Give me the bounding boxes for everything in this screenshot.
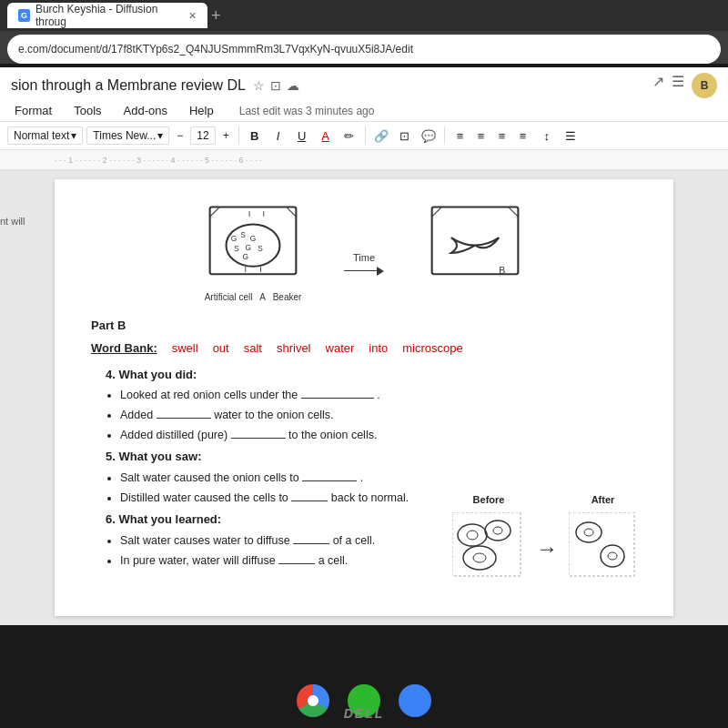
menu-format[interactable]: Format: [11, 102, 56, 119]
blue-taskbar-icon[interactable]: [397, 682, 433, 719]
docs-title-row: sion through a Membrane review DL ☆ ⊡ ☁ …: [11, 73, 717, 98]
menu-tools[interactable]: Tools: [70, 102, 105, 119]
tab-title: Burch Keyshia - Diffusion throug: [35, 3, 179, 28]
style-dropdown[interactable]: Normal text ▾: [7, 126, 83, 145]
svg-point-29: [601, 545, 624, 567]
underline-button[interactable]: U: [292, 126, 312, 146]
blue-app-icon: [399, 684, 431, 717]
line-spacing[interactable]: ↕: [537, 126, 557, 146]
divider: [238, 126, 239, 145]
before-diagram: Before: [452, 492, 525, 586]
right-beaker-svg: B: [420, 197, 530, 288]
right-beaker: B: [420, 197, 530, 302]
divider3: [444, 126, 445, 145]
ruler: · · · 1 · · · · · · 2 · · · · · · 3 · · …: [0, 150, 728, 170]
svg-point-20: [458, 524, 487, 546]
new-tab-button[interactable]: +: [211, 7, 221, 24]
avatar[interactable]: B: [692, 73, 717, 98]
word-bank-label: Word Bank:: [91, 339, 157, 359]
address-bar[interactable]: e.com/document/d/17f8tKTYp6s2_Q4NJUSmmmR…: [7, 35, 721, 64]
tab-favicon: G: [18, 9, 30, 22]
chrome-center: [308, 695, 318, 706]
before-cells-svg: [452, 512, 525, 581]
cloud-icon[interactable]: ☁: [287, 78, 299, 93]
highlight-button[interactable]: ✏: [339, 126, 359, 146]
image-button[interactable]: ⊡: [395, 126, 415, 146]
section5-header: 5. What you saw:: [106, 448, 637, 467]
svg-point-22: [485, 521, 511, 541]
bullet4-2: Added water to the onion cells.: [120, 406, 637, 424]
doc-area: nt will G S: [0, 170, 728, 625]
docs-menu-bar: Format Tools Add-ons Help Last edit was …: [11, 100, 717, 121]
align-justify[interactable]: ≡: [513, 126, 533, 146]
beaker-text: Beaker: [273, 292, 302, 302]
font-label: Times New...: [93, 129, 156, 142]
blank-out: [293, 531, 329, 544]
svg-line-1: [210, 207, 220, 217]
docs-header-icons: ☆ ⊡ ☁: [253, 78, 299, 93]
comment-button[interactable]: 💬: [419, 126, 439, 146]
svg-text:G: G: [246, 243, 252, 252]
word-salt: salt: [244, 339, 262, 359]
after-diagram: After: [569, 492, 637, 586]
font-chevron: ▾: [157, 129, 163, 142]
star-icon[interactable]: ☆: [253, 78, 265, 93]
part-b-title: Part B: [91, 317, 637, 336]
svg-point-28: [584, 529, 593, 536]
style-label: Normal text: [14, 129, 69, 142]
section4-header: 4. What you did:: [106, 366, 637, 385]
word-microscope: microscope: [402, 339, 462, 359]
tab-bar: G Burch Keyshia - Diffusion throug ✕ +: [0, 0, 728, 31]
svg-point-25: [473, 553, 486, 562]
svg-text:G: G: [242, 252, 248, 261]
link-button[interactable]: 🔗: [371, 126, 391, 146]
menu-addons[interactable]: Add-ons: [120, 102, 171, 119]
word-into: into: [369, 339, 388, 359]
align-right[interactable]: ≡: [492, 126, 512, 146]
blank-shrivel: [302, 469, 357, 481]
artificial-cell-label: Artificial cell: [205, 292, 253, 302]
docs-title: sion through a Membrane review DL: [11, 77, 246, 94]
list-button[interactable]: ☰: [561, 126, 581, 146]
time-label: Time: [353, 252, 375, 263]
blank-swell: [291, 489, 328, 501]
font-size-plus[interactable]: +: [219, 127, 233, 144]
menu-icon[interactable]: ☰: [672, 73, 684, 98]
svg-text:I: I: [259, 264, 262, 274]
activity-icon[interactable]: ↗: [652, 73, 664, 98]
chrome-taskbar-icon[interactable]: [295, 682, 331, 719]
url-text: e.com/document/d/17f8tKTYp6s2_Q4NJUSmmmR…: [18, 43, 413, 56]
bold-button[interactable]: B: [245, 126, 265, 146]
active-tab[interactable]: G Burch Keyshia - Diffusion throug ✕: [7, 3, 207, 28]
italic-button[interactable]: I: [268, 126, 288, 146]
svg-point-24: [463, 546, 496, 570]
bullet4-1: Looked at red onion cells under the .: [120, 386, 637, 404]
font-size[interactable]: 12: [190, 126, 215, 145]
move-icon[interactable]: ⊡: [270, 78, 281, 93]
browser-chrome: G Burch Keyshia - Diffusion throug ✕ + e…: [0, 0, 728, 64]
word-swell: swell: [172, 339, 198, 359]
tab-close-button[interactable]: ✕: [188, 10, 197, 22]
word-bank-row: Word Bank: swell out salt shrivel water …: [91, 339, 637, 359]
left-beaker-svg: G S G S G S G I I I I: [198, 197, 308, 288]
align-left[interactable]: ≡: [450, 126, 470, 146]
svg-point-30: [608, 552, 617, 560]
align-center[interactable]: ≡: [471, 126, 491, 146]
text-color-button[interactable]: A: [316, 126, 336, 146]
svg-point-23: [493, 527, 502, 534]
bullet4-3: Added distilled (pure) to the onion cell…: [120, 426, 637, 444]
align-buttons: ≡ ≡ ≡ ≡: [450, 126, 533, 146]
word-shrivel: shrivel: [277, 339, 311, 359]
menu-help[interactable]: Help: [186, 102, 217, 119]
doc-page: G S G S G S G I I I I Artificial: [55, 179, 673, 616]
docs-header: sion through a Membrane review DL ☆ ⊡ ☁ …: [0, 67, 728, 122]
svg-text:S: S: [240, 230, 246, 239]
svg-line-17: [509, 207, 519, 217]
svg-point-27: [576, 522, 602, 542]
svg-rect-26: [569, 512, 634, 576]
svg-text:I: I: [245, 264, 248, 274]
font-dropdown[interactable]: Times New... ▾: [86, 126, 169, 145]
font-size-minus[interactable]: −: [173, 127, 187, 144]
left-margin-text: nt will: [0, 216, 25, 227]
section4-list: Looked at red onion cells under the . Ad…: [120, 386, 637, 444]
